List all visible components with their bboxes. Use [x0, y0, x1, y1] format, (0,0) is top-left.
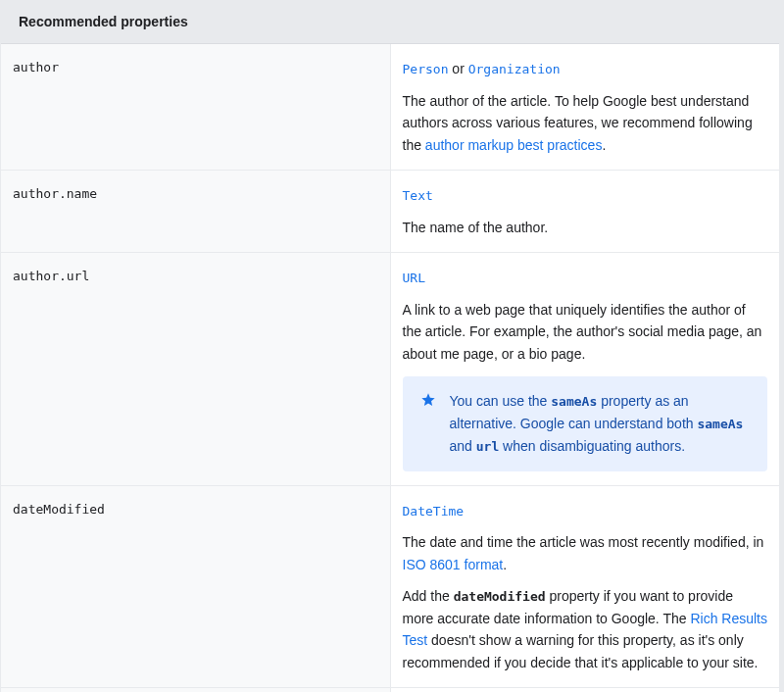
type-line: Person or Organization: [403, 58, 768, 80]
type-line: Text: [403, 184, 768, 207]
property-name: author: [1, 44, 390, 171]
property-description: The date and time the article was most r…: [403, 531, 768, 575]
type-link-text[interactable]: Text: [403, 188, 433, 203]
properties-table: Recommended properties author Person or …: [1, 0, 779, 692]
note-callout: You can use the sameAs property as an al…: [403, 376, 768, 470]
code-datemodified: dateModified: [454, 589, 546, 604]
table-row: author.name Text The name of the author.: [1, 170, 779, 252]
code-sameas: sameAs: [697, 417, 743, 431]
property-description: Add the dateModified property if you wan…: [403, 585, 768, 673]
property-name: author.url: [1, 253, 390, 485]
property-description-cell: DateTime The date and time the article w…: [390, 485, 779, 688]
table-heading: Recommended properties: [1, 0, 779, 44]
code-sameas: sameAs: [551, 394, 597, 409]
type-link-organization[interactable]: Organization: [468, 62, 561, 76]
type-link-url[interactable]: URL: [403, 271, 425, 285]
type-line: URL: [403, 267, 768, 289]
table-row: author Person or Organization The author…: [1, 44, 779, 171]
property-description: The author of the article. To help Googl…: [403, 90, 768, 156]
property-description: A link to a web page that uniquely ident…: [403, 299, 768, 365]
property-description-cell: Text The name of the author.: [390, 170, 779, 252]
type-link-person[interactable]: Person: [403, 62, 449, 76]
property-description: The name of the author.: [403, 217, 768, 238]
author-markup-link[interactable]: author markup best practices: [425, 137, 603, 153]
callout-text: You can use the sameAs property as an al…: [450, 390, 751, 457]
table-row: datePublished DateTime The date and time…: [1, 688, 779, 692]
star-icon: [420, 392, 436, 408]
property-description-cell: DateTime The date and time the article w…: [390, 688, 779, 692]
property-description-cell: Person or Organization The author of the…: [390, 44, 779, 171]
type-line: DateTime: [403, 500, 768, 522]
properties-table-container: Recommended properties author Person or …: [0, 0, 784, 692]
property-description-cell: URL A link to a web page that uniquely i…: [390, 253, 779, 485]
table-row: dateModified DateTime The date and time …: [1, 485, 779, 688]
iso8601-link[interactable]: ISO 8601 format: [403, 557, 504, 572]
property-name: author.name: [1, 170, 390, 252]
type-sep: or: [448, 61, 467, 76]
table-row: author.url URL A link to a web page that…: [1, 253, 779, 485]
code-url: url: [476, 439, 499, 454]
property-name: datePublished: [1, 688, 390, 692]
property-name: dateModified: [1, 485, 390, 688]
type-link-datetime[interactable]: DateTime: [403, 504, 465, 519]
